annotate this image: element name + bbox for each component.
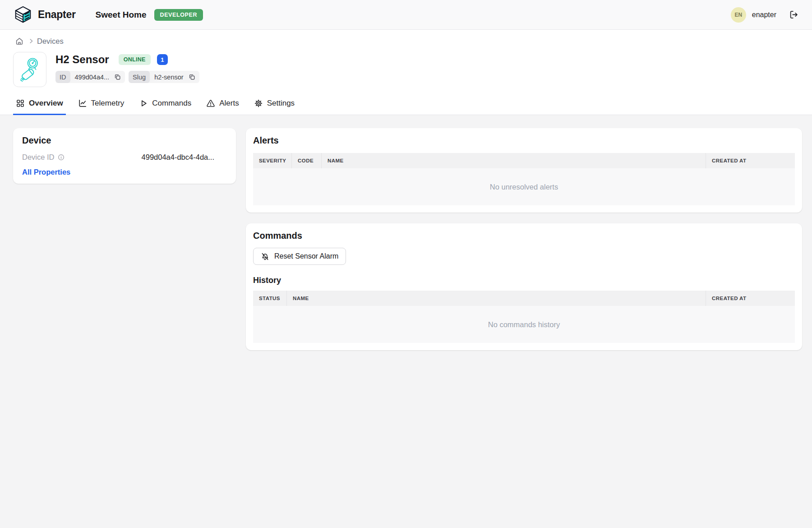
all-properties-link[interactable]: All Properties [22, 168, 227, 176]
device-id-chip-value: 499d04a4... [70, 74, 114, 81]
topbar-right: EN enapter [731, 7, 798, 23]
history-table: STATUS NAME CREATED AT No commands histo… [253, 291, 795, 343]
history-col-name: NAME [287, 291, 706, 306]
copy-slug-icon[interactable] [188, 74, 199, 80]
alert-triangle-icon [206, 99, 215, 108]
history-table-header: STATUS NAME CREATED AT [253, 291, 795, 306]
tab-overview-label: Overview [29, 99, 63, 108]
alerts-col-name: NAME [322, 153, 706, 168]
device-slug-chip-value: h2-sensor [150, 74, 188, 81]
device-id-value: 499d04a4-dbc4-4da... [142, 153, 227, 162]
alerts-col-created-at: CREATED AT [706, 153, 795, 168]
tab-commands[interactable]: Commands [136, 93, 194, 115]
history-col-created-at: CREATED AT [706, 291, 795, 306]
info-icon[interactable] [58, 154, 65, 161]
tab-overview[interactable]: Overview [13, 93, 66, 115]
tab-settings[interactable]: Settings [251, 93, 297, 115]
copy-id-icon[interactable] [114, 74, 125, 80]
play-icon [139, 99, 148, 108]
online-status-badge: ONLINE [119, 54, 151, 65]
brand-name: Enapter [38, 9, 76, 21]
commands-card: Commands Reset Sensor Alarm History STAT… [246, 223, 802, 350]
reset-sensor-alarm-button[interactable]: Reset Sensor Alarm [253, 248, 346, 265]
topbar: Enapter Sweet Home DEVELOPER EN enapter [0, 0, 812, 30]
device-head-main: H2 Sensor ONLINE 1 ID 499d04a4... S [55, 52, 199, 87]
history-col-status: STATUS [253, 291, 287, 306]
tab-alerts-label: Alerts [219, 99, 239, 108]
reset-sensor-alarm-label: Reset Sensor Alarm [274, 252, 338, 260]
h2-sensor-gauge-illustration [17, 56, 43, 83]
device-title: H2 Sensor [55, 53, 109, 66]
alert-count-badge[interactable]: 1 [157, 54, 168, 65]
head-section: Devices H2 Sensor ONLINE 1 [0, 30, 812, 115]
logout-icon[interactable] [789, 10, 798, 19]
device-card: Device Device ID 499d04a4-dbc4-4da... Al… [13, 128, 236, 184]
device-id-chip: ID 499d04a4... [55, 71, 125, 83]
right-column: Alerts SEVERITY CODE NAME CREATED AT No … [246, 128, 802, 350]
history-title: History [253, 276, 795, 285]
tab-settings-label: Settings [267, 99, 295, 108]
alerts-card-title: Alerts [253, 135, 795, 146]
device-id-chip-label: ID [55, 71, 70, 83]
bell-off-icon [261, 252, 269, 261]
tab-alerts[interactable]: Alerts [203, 93, 241, 115]
breadcrumb-devices[interactable]: Devices [37, 37, 64, 46]
alerts-col-code: CODE [292, 153, 322, 168]
enapter-logo-icon[interactable] [14, 5, 32, 24]
tab-commands-label: Commands [152, 99, 191, 108]
username[interactable]: enapter [752, 11, 776, 19]
device-chips-row: ID 499d04a4... Slug h2-sensor [55, 71, 199, 83]
tab-telemetry[interactable]: Telemetry [75, 93, 127, 115]
device-id-label-text: Device ID [22, 153, 55, 162]
device-image [13, 52, 46, 87]
grid-icon [16, 99, 25, 108]
alerts-table-header: SEVERITY CODE NAME CREATED AT [253, 153, 795, 168]
alerts-table: SEVERITY CODE NAME CREATED AT No unresol… [253, 153, 795, 205]
device-slug-chip-label: Slug [129, 71, 150, 83]
main-content: Device Device ID 499d04a4-dbc4-4da... Al… [0, 115, 812, 350]
gear-icon [254, 99, 263, 108]
alerts-col-severity: SEVERITY [253, 153, 292, 168]
chart-line-icon [78, 99, 87, 108]
chevron-right-icon [28, 38, 34, 44]
device-id-label: Device ID [22, 153, 65, 162]
breadcrumb: Devices [0, 30, 812, 46]
avatar[interactable]: EN [731, 7, 746, 23]
alerts-empty-state: No unresolved alerts [253, 168, 795, 205]
topbar-left: Enapter Sweet Home DEVELOPER [14, 5, 203, 24]
home-icon[interactable] [15, 37, 23, 45]
alerts-card: Alerts SEVERITY CODE NAME CREATED AT No … [246, 128, 802, 213]
device-card-title: Device [22, 135, 227, 146]
site-name[interactable]: Sweet Home [96, 10, 147, 20]
device-id-row: Device ID 499d04a4-dbc4-4da... [22, 153, 227, 162]
tab-telemetry-label: Telemetry [91, 99, 125, 108]
tabs: Overview Telemetry Commands [0, 93, 812, 115]
device-slug-chip: Slug h2-sensor [129, 71, 199, 83]
history-empty-state: No commands history [253, 306, 795, 343]
device-title-row: H2 Sensor ONLINE 1 [55, 53, 199, 66]
developer-badge: DEVELOPER [154, 9, 203, 21]
device-head: H2 Sensor ONLINE 1 ID 499d04a4... S [0, 46, 812, 87]
commands-card-title: Commands [253, 231, 795, 241]
